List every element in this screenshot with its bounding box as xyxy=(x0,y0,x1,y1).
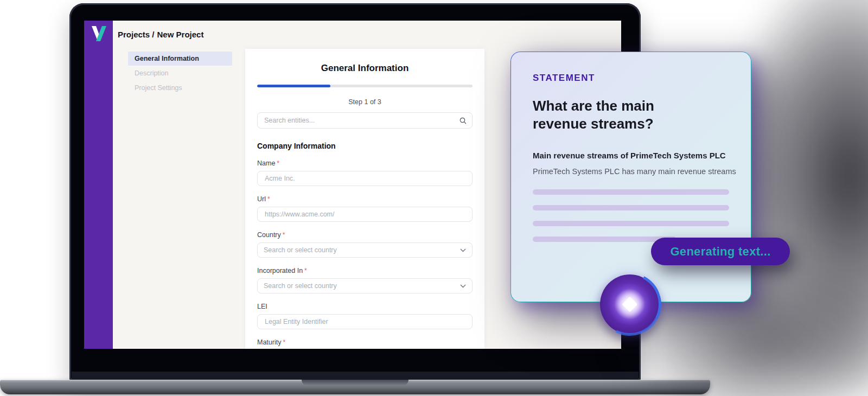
name-label: Name* xyxy=(257,159,279,167)
generating-text-button[interactable]: Generating text... xyxy=(651,238,790,265)
section-title: Company Information xyxy=(257,142,473,150)
skeleton-bars xyxy=(533,189,729,242)
sidebar-rail xyxy=(84,21,113,349)
step-nav: General Information Description Project … xyxy=(128,52,232,95)
country-field-group: Country* Search or select country xyxy=(257,229,473,258)
chevron-down-icon xyxy=(460,284,466,288)
sidebar-item-general-information[interactable]: General Information xyxy=(128,52,232,66)
orb-glow xyxy=(598,273,661,335)
laptop-base xyxy=(0,380,710,394)
card-eyebrow: STATEMENT xyxy=(533,73,729,84)
name-field-group: Name* xyxy=(257,158,473,186)
url-field-group: Url* xyxy=(257,194,473,222)
maturity-label: Maturity* xyxy=(257,338,285,346)
search-icon xyxy=(459,117,467,124)
card-subtitle: Main revenue streams of PrimeTech System… xyxy=(533,151,729,160)
card-body: PrimeTech Systems PLC has many main reve… xyxy=(533,167,729,176)
lei-input[interactable] xyxy=(264,317,466,326)
skeleton-bar xyxy=(533,189,729,195)
incorporated-in-select[interactable]: Search or select country xyxy=(257,278,473,293)
required-marker: * xyxy=(283,231,285,239)
country-label: Country* xyxy=(257,231,285,239)
chevron-down-icon xyxy=(460,248,466,252)
breadcrumb-page: New Project xyxy=(157,30,204,39)
entity-search xyxy=(257,112,473,129)
search-input[interactable] xyxy=(263,116,459,125)
country-select[interactable]: Search or select country xyxy=(257,242,473,258)
card-title: What are the main revenue streams? xyxy=(533,97,712,133)
generating-text-label: Generating text... xyxy=(670,245,770,259)
step-indicator: Step 1 of 3 xyxy=(257,98,473,106)
sidebar-item-project-settings[interactable]: Project Settings xyxy=(128,81,232,95)
progress-bar xyxy=(257,85,473,87)
lei-field-group: LEI xyxy=(257,301,473,329)
skeleton-bar xyxy=(533,205,729,210)
laptop-trackpad-notch xyxy=(302,380,409,386)
required-marker: * xyxy=(267,195,270,203)
maturity-field-group: Maturity* mature xyxy=(257,337,473,349)
ai-orb-icon xyxy=(600,274,660,334)
incorporated-in-label: Incorporated In* xyxy=(257,267,307,274)
required-marker: * xyxy=(304,267,307,274)
hero-mockup: Projects /New Project General Informatio… xyxy=(0,0,868,396)
orb-core xyxy=(622,297,637,312)
brand-logo-icon xyxy=(90,25,108,42)
required-marker: * xyxy=(283,338,285,346)
lei-label: LEI xyxy=(257,303,267,310)
form-panel: General Information Step 1 of 3 Company … xyxy=(245,49,484,349)
url-input[interactable] xyxy=(264,210,466,219)
page-title: General Information xyxy=(257,63,473,74)
sidebar-item-description[interactable]: Description xyxy=(128,66,232,80)
progress-fill xyxy=(257,85,330,87)
breadcrumb: Projects /New Project xyxy=(118,30,206,39)
breadcrumb-section[interactable]: Projects / xyxy=(118,30,155,39)
required-marker: * xyxy=(277,159,279,167)
laptop-hinge xyxy=(72,372,639,380)
incorporated-in-field-group: Incorporated In* Search or select countr… xyxy=(257,265,473,293)
skeleton-bar xyxy=(533,221,729,226)
name-input[interactable] xyxy=(264,174,466,183)
url-label: Url* xyxy=(257,195,270,203)
